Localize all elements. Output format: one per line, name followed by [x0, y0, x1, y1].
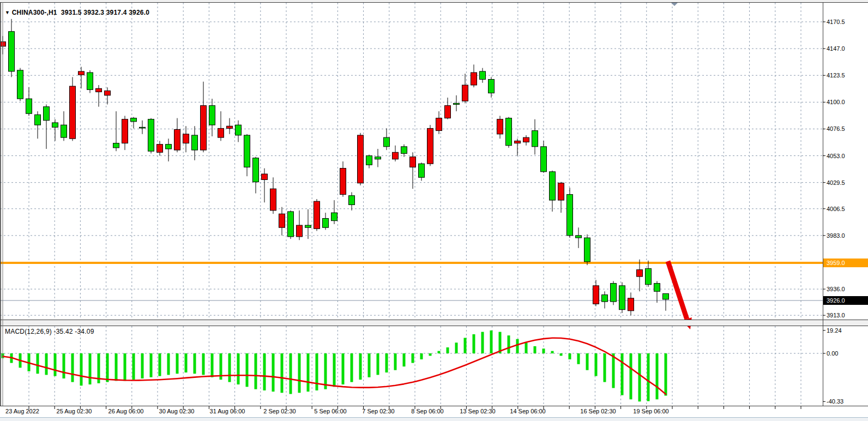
candle-bullish — [244, 135, 250, 167]
candle-bullish — [366, 156, 372, 165]
macd-histogram-bar — [281, 353, 284, 393]
candle-bullish — [489, 80, 495, 93]
macd-histogram-bar — [516, 339, 519, 353]
candle-bullish — [9, 32, 15, 71]
macd-histogram-bar — [176, 353, 179, 374]
candle-bearish — [358, 135, 364, 183]
macd-histogram-bar — [194, 353, 196, 374]
symbol-period-label: CHINA300-,H1 — [12, 9, 57, 16]
macd-histogram-bar — [290, 353, 292, 394]
candle-bearish — [105, 91, 111, 95]
macd-histogram-bar — [150, 353, 153, 377]
candle-bearish — [515, 141, 521, 143]
macd-histogram-bar — [307, 353, 310, 392]
macd-histogram-bar — [167, 353, 170, 375]
candle-bearish — [174, 130, 180, 151]
time-tick-label: 14 Sep 06:00 — [510, 408, 545, 414]
macd-histogram-bar — [560, 353, 563, 356]
candle-bearish — [445, 106, 451, 118]
top-margin — [0, 0, 868, 2]
macd-histogram-bar — [89, 353, 92, 384]
candle-bullish — [331, 213, 337, 221]
candle-bearish — [70, 86, 76, 139]
macd-histogram-bar — [324, 353, 327, 389]
candle-bearish — [637, 270, 643, 277]
candle-bearish — [270, 189, 276, 211]
candle-bearish — [183, 134, 189, 143]
macd-histogram-bar — [621, 353, 624, 395]
candle-bullish — [140, 127, 146, 128]
candle-bearish — [314, 201, 320, 228]
macd-histogram-bar — [455, 342, 458, 353]
price-tick-label: 4076.5 — [827, 125, 845, 132]
macd-histogram-bar — [447, 347, 449, 353]
candle-bullish — [480, 71, 486, 80]
macd-histogram-bar — [80, 353, 83, 386]
macd-histogram-bar — [37, 353, 39, 374]
candle-bullish — [375, 157, 381, 159]
candle-bullish — [35, 115, 41, 125]
candle-bullish — [611, 284, 617, 302]
macd-histogram-bar — [630, 353, 632, 399]
candle-bearish — [593, 286, 599, 304]
macd-histogram-bar — [45, 353, 48, 375]
macd-histogram-bar — [647, 353, 650, 401]
macd-histogram-bar — [586, 353, 589, 370]
macd-histogram-bar — [638, 353, 641, 401]
macd-histogram-bar — [211, 353, 214, 377]
chart-background — [0, 0, 868, 421]
time-tick-label: 26 Aug 06:00 — [108, 408, 144, 414]
macd-histogram-bar — [612, 353, 615, 388]
candle-bullish — [26, 99, 32, 113]
candle-bullish — [654, 284, 660, 292]
orange-level-badge-label: 3959.0 — [827, 260, 845, 266]
macd-histogram-bar — [316, 353, 318, 390]
macd-histogram-bar — [54, 353, 57, 376]
macd-histogram-bar — [490, 330, 493, 353]
macd-histogram-bar — [333, 353, 336, 387]
candle-bearish — [497, 119, 503, 134]
macd-histogram-bar — [412, 353, 414, 363]
candle-bearish — [218, 128, 224, 137]
macd-histogram-bar — [542, 348, 545, 353]
macd-histogram-bar — [534, 346, 537, 353]
macd-histogram-bar — [665, 353, 667, 396]
candle-bullish — [131, 118, 137, 122]
candle-bullish — [61, 125, 67, 137]
macd-signal-value: -34.09 — [75, 328, 94, 335]
macd-histogram-bar — [604, 353, 606, 382]
candle-bullish — [323, 219, 329, 228]
macd-histogram-bar — [508, 335, 510, 353]
bar-high-value: 3932.3 — [83, 9, 104, 16]
candle-bullish — [209, 106, 215, 125]
price-tick-label: 4170.5 — [827, 19, 845, 25]
price-tick-label: 4006.5 — [827, 206, 845, 212]
chart-canvas[interactable]: 4170.54147.04123.54100.04076.54053.04029… — [0, 0, 868, 421]
time-tick-label: 25 Aug 02:30 — [57, 408, 92, 414]
macd-histogram-bar — [429, 353, 432, 356]
macd-histogram-bar — [124, 353, 126, 381]
macd-histogram-bar — [159, 353, 161, 376]
chart-window: ▼ CHINA300-,H1 3931.5 3932.3 3917.4 3926… — [0, 0, 868, 421]
candle-bullish — [401, 147, 407, 154]
macd-histogram-bar — [132, 353, 135, 380]
candle-bullish — [384, 137, 390, 147]
candle-bearish — [157, 145, 163, 153]
macd-histogram-bar — [403, 353, 406, 366]
macd-histogram-bar — [106, 353, 109, 382]
panel-divider[interactable] — [0, 320, 868, 326]
bar-open-value: 3931.5 — [61, 9, 82, 16]
macd-histogram-bar — [656, 353, 659, 399]
macd-histogram-bar — [246, 353, 249, 387]
time-tick-label: 30 Aug 02:30 — [159, 408, 195, 414]
candle-bearish — [410, 157, 416, 167]
current-price-badge-label: 3926.0 — [827, 297, 845, 304]
macd-histogram-bar — [368, 353, 371, 377]
macd-histogram-bar — [298, 353, 301, 393]
macd-histogram-bar — [202, 353, 205, 375]
macd-name: MACD(12,26,9) — [5, 328, 52, 335]
macd-histogram-bar — [595, 353, 598, 376]
candle-bearish — [96, 88, 102, 92]
macd-histogram-bar — [63, 353, 65, 378]
symbol-dropdown-icon[interactable]: ▼ — [5, 10, 10, 15]
